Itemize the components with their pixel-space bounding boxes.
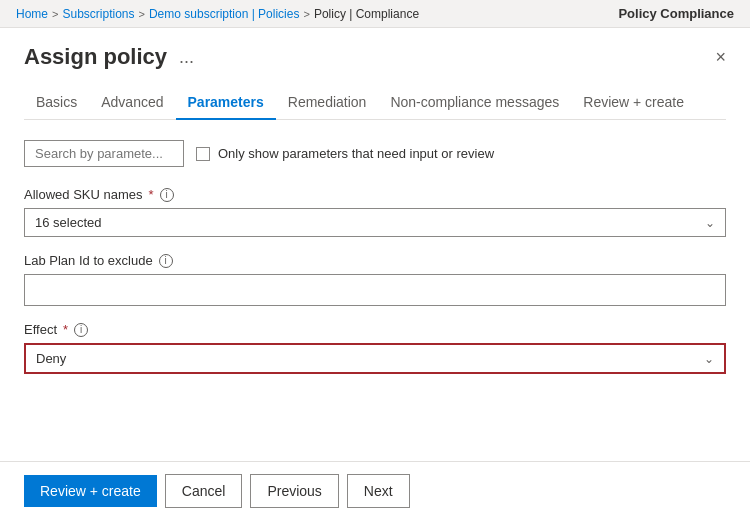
header-row: Assign policy ... × bbox=[24, 44, 726, 70]
sku-label-text: Allowed SKU names bbox=[24, 187, 143, 202]
filter-row: Only show parameters that need input or … bbox=[24, 140, 726, 167]
effect-chevron-icon: ⌄ bbox=[704, 352, 714, 366]
breadcrumb-sep-3: > bbox=[303, 8, 309, 20]
sku-label: Allowed SKU names * i bbox=[24, 187, 726, 202]
breadcrumb-subscriptions[interactable]: Subscriptions bbox=[62, 7, 134, 21]
page-title: Assign policy bbox=[24, 44, 167, 70]
breadcrumb-sep-1: > bbox=[52, 8, 58, 20]
tab-basics[interactable]: Basics bbox=[24, 86, 89, 120]
breadcrumb-sep-2: > bbox=[139, 8, 145, 20]
breadcrumb: Home > Subscriptions > Demo subscription… bbox=[16, 7, 419, 21]
tab-advanced[interactable]: Advanced bbox=[89, 86, 175, 120]
effect-info-icon[interactable]: i bbox=[74, 323, 88, 337]
effect-field-group: Effect * i Deny ⌄ bbox=[24, 322, 726, 374]
sku-required-star: * bbox=[149, 187, 154, 202]
filter-checkbox-label[interactable]: Only show parameters that need input or … bbox=[196, 146, 494, 161]
effect-required-star: * bbox=[63, 322, 68, 337]
top-bar: Home > Subscriptions > Demo subscription… bbox=[0, 0, 750, 28]
tab-review-create[interactable]: Review + create bbox=[571, 86, 696, 120]
main-panel: Assign policy ... × Basics Advanced Para… bbox=[0, 28, 750, 406]
effect-label: Effect * i bbox=[24, 322, 726, 337]
lab-label: Lab Plan Id to exclude i bbox=[24, 253, 726, 268]
lab-field-group: Lab Plan Id to exclude i bbox=[24, 253, 726, 306]
more-options-dots[interactable]: ... bbox=[179, 47, 194, 68]
footer: Review + create Cancel Previous Next bbox=[0, 461, 750, 520]
cancel-button[interactable]: Cancel bbox=[165, 474, 243, 508]
close-button[interactable]: × bbox=[715, 48, 726, 66]
effect-label-text: Effect bbox=[24, 322, 57, 337]
sku-select[interactable]: 16 selected ⌄ bbox=[24, 208, 726, 237]
next-button[interactable]: Next bbox=[347, 474, 410, 508]
breadcrumb-home[interactable]: Home bbox=[16, 7, 48, 21]
header-left: Assign policy ... bbox=[24, 44, 194, 70]
lab-label-text: Lab Plan Id to exclude bbox=[24, 253, 153, 268]
lab-text-input[interactable] bbox=[24, 274, 726, 306]
breadcrumb-demo[interactable]: Demo subscription | Policies bbox=[149, 7, 300, 21]
sku-field-group: Allowed SKU names * i 16 selected ⌄ bbox=[24, 187, 726, 237]
top-bar-title: Policy Compliance bbox=[618, 6, 734, 21]
sku-chevron-icon: ⌄ bbox=[705, 216, 715, 230]
filter-checkbox[interactable] bbox=[196, 147, 210, 161]
tab-bar: Basics Advanced Parameters Remediation N… bbox=[24, 86, 726, 120]
effect-select-value: Deny bbox=[36, 351, 66, 366]
lab-info-icon[interactable]: i bbox=[159, 254, 173, 268]
sku-select-value: 16 selected bbox=[35, 215, 102, 230]
effect-select[interactable]: Deny ⌄ bbox=[24, 343, 726, 374]
review-create-button[interactable]: Review + create bbox=[24, 475, 157, 507]
filter-checkbox-text: Only show parameters that need input or … bbox=[218, 146, 494, 161]
search-input[interactable] bbox=[24, 140, 184, 167]
sku-info-icon[interactable]: i bbox=[160, 188, 174, 202]
tab-non-compliance[interactable]: Non-compliance messages bbox=[378, 86, 571, 120]
breadcrumb-current: Policy | Compliance bbox=[314, 7, 419, 21]
tab-remediation[interactable]: Remediation bbox=[276, 86, 379, 120]
previous-button[interactable]: Previous bbox=[250, 474, 338, 508]
tab-parameters[interactable]: Parameters bbox=[176, 86, 276, 120]
